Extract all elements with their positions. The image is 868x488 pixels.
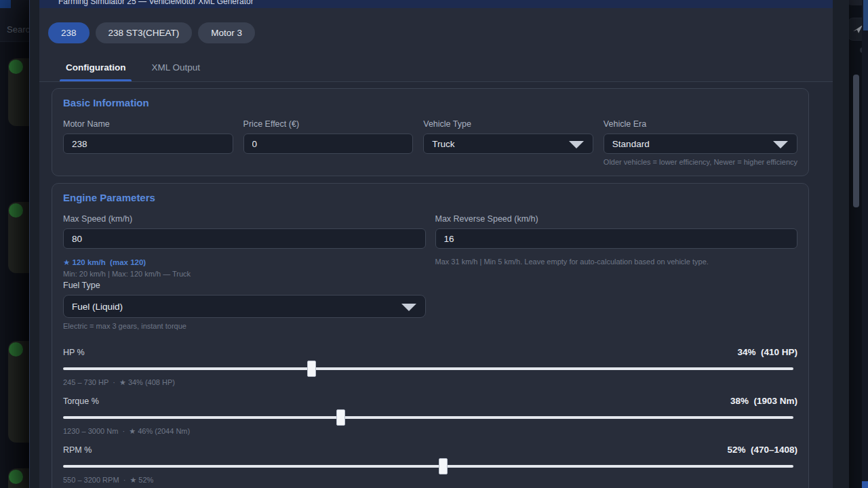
motor-tabs: 238 238 ST3(CHEAT) Motor 3: [39, 8, 833, 53]
rpm-slider-track[interactable]: [63, 465, 793, 468]
tab-configuration-label: Configuration: [66, 62, 125, 73]
dialog-scrollbar-thumb[interactable]: [863, 0, 868, 30]
dialog-titlebar: Farming Simulator 25 — VehicleMotor XML …: [39, 0, 833, 8]
basic-information-title: Basic Information: [63, 97, 797, 108]
torque-slider-row: Torque % 38% (1903 Nm) 1230 – 3000 Nm · …: [63, 395, 797, 436]
engine-parameters-panel: Engine Parameters Max Speed (km/h) ★ 120…: [52, 183, 809, 488]
chevron-down-icon: [401, 304, 416, 311]
vehicle-motor-dialog: Farming Simulator 25 — VehicleMotor XML …: [29, 0, 849, 488]
vehicle-era-helper: Older vehicles = lower efficiency, Newer…: [604, 158, 797, 166]
active-tab-underline: [60, 79, 132, 81]
hp-slider-helper: 245 – 730 HP · ★ 34% (408 HP): [63, 378, 797, 387]
motor-name-label: Motor Name: [63, 119, 233, 129]
screen: Search Farming Simulator 25 — VehicleMot…: [0, 0, 868, 488]
rpm-slider-row: RPM % 52% (470–1408) 550 – 3200 RPM · ★ …: [63, 444, 797, 485]
torque-slider-label: Torque %: [63, 396, 99, 406]
max-speed-input[interactable]: [63, 228, 426, 249]
chevron-down-icon: [773, 141, 788, 148]
configuration-content: Basic Information Motor Name Price Effec…: [39, 82, 833, 488]
fuel-type-group: Fuel Type Fuel (Liquid) Electric = max 3…: [63, 281, 426, 330]
rpm-slider-value: 52% (470–1408): [727, 445, 797, 455]
motor-tab-238-st3[interactable]: 238 ST3(CHEAT): [96, 22, 193, 43]
max-speed-label: Max Speed (km/h): [63, 214, 426, 224]
tab-xml-output-label: XML Output: [151, 62, 200, 73]
price-effect-input[interactable]: [243, 134, 414, 154]
fuel-type-label: Fuel Type: [63, 281, 426, 290]
hp-slider-handle[interactable]: [307, 361, 316, 377]
vehicle-era-value: Standard: [612, 139, 650, 149]
engine-parameters-title: Engine Parameters: [63, 192, 797, 203]
hp-slider[interactable]: [63, 362, 793, 375]
rpm-slider[interactable]: [63, 460, 793, 473]
torque-slider-value: 38% (1903 Nm): [730, 396, 797, 406]
dialog-footer-edge: [862, 481, 868, 488]
motor-name-group: Motor Name: [63, 119, 233, 166]
max-reverse-speed-helper: Max 31 km/h | Min 5 km/h. Leave empty fo…: [435, 258, 798, 266]
fuel-type-select[interactable]: Fuel (Liquid): [63, 295, 426, 318]
fuel-type-value: Fuel (Liquid): [72, 302, 123, 312]
vehicle-type-select[interactable]: Truck: [423, 134, 593, 154]
torque-slider-handle[interactable]: [336, 409, 345, 426]
torque-slider-helper: 1230 – 3000 Nm · ★ 46% (2044 Nm): [63, 427, 797, 436]
vehicle-era-select[interactable]: Standard: [604, 134, 797, 154]
tab-configuration[interactable]: Configuration: [60, 53, 132, 81]
basic-information-panel: Basic Information Motor Name Price Effec…: [52, 88, 809, 176]
hp-slider-track[interactable]: [63, 367, 793, 370]
max-reverse-speed-group: Max Reverse Speed (km/h) Max 31 km/h | M…: [435, 214, 798, 278]
price-effect-label: Price Effect (€): [243, 119, 414, 129]
rpm-slider-label: RPM %: [63, 445, 92, 455]
torque-slider[interactable]: [63, 411, 793, 424]
hp-slider-label: HP %: [63, 348, 85, 357]
max-speed-range-note: Min: 20 km/h | Max: 120 km/h — Truck: [63, 270, 426, 278]
sliders-block: HP % 34% (410 HP) 245 – 730 HP · ★ 34% (…: [63, 346, 797, 485]
tab-xml-output[interactable]: XML Output: [145, 53, 206, 81]
rpm-slider-helper: 550 – 3200 RPM · ★ 52%: [63, 476, 797, 485]
content-scrollbar-thumb[interactable]: [853, 75, 859, 207]
motor-name-input[interactable]: [63, 134, 233, 154]
max-speed-group: Max Speed (km/h) ★ 120 km/h (max 120) Mi…: [63, 214, 426, 278]
torque-slider-track[interactable]: [63, 416, 793, 419]
vehicle-type-value: Truck: [432, 139, 454, 149]
motor-tab-238[interactable]: 238: [48, 22, 90, 43]
rpm-slider-handle[interactable]: [439, 458, 448, 474]
vehicle-era-label: Vehicle Era: [604, 119, 797, 129]
view-tabs: Configuration XML Output: [39, 53, 833, 82]
vehicle-era-group: Vehicle Era Standard Older vehicles = lo…: [604, 119, 797, 166]
hp-slider-row: HP % 34% (410 HP) 245 – 730 HP · ★ 34% (…: [63, 346, 797, 387]
max-reverse-speed-input[interactable]: [435, 228, 798, 249]
chevron-down-icon: [569, 141, 584, 148]
vehicle-type-group: Vehicle Type Truck: [423, 119, 593, 166]
price-effect-group: Price Effect (€): [243, 119, 414, 166]
hp-slider-value: 34% (410 HP): [737, 347, 797, 357]
vehicle-type-label: Vehicle Type: [423, 119, 593, 129]
motor-tab-motor-3[interactable]: Motor 3: [198, 22, 255, 43]
dialog-scrollbar-track[interactable]: [862, 0, 868, 488]
max-speed-recommend: ★ 120 km/h (max 120): [63, 258, 426, 267]
fuel-type-helper: Electric = max 3 gears, instant torque: [63, 322, 426, 330]
max-reverse-speed-label: Max Reverse Speed (km/h): [435, 214, 798, 224]
dialog-title: Farming Simulator 25 — VehicleMotor XML …: [58, 0, 254, 6]
